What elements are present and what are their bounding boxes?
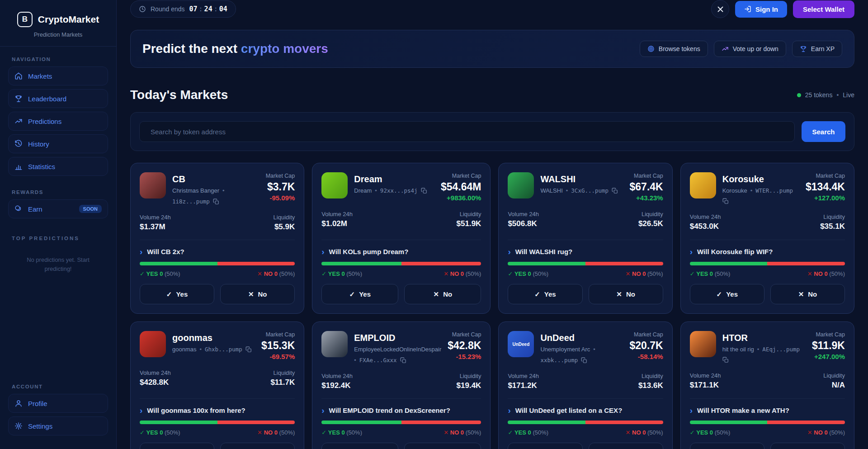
copy-address-icon[interactable]: [245, 346, 252, 353]
no-percent: (50%): [279, 270, 295, 277]
copy-address-icon[interactable]: [722, 357, 729, 363]
copy-address-icon[interactable]: [612, 188, 618, 194]
home-icon: [14, 72, 23, 80]
search-input[interactable]: [139, 121, 795, 142]
vote-up-down-button[interactable]: Vote up or down: [714, 41, 786, 57]
yes-button[interactable]: ✓Yes: [690, 284, 764, 304]
divider: [0, 46, 116, 47]
volume-value: $171.2K: [508, 381, 539, 390]
no-button[interactable]: ✕No: [220, 443, 295, 449]
earn-xp-button[interactable]: Earn XP: [792, 41, 842, 57]
no-button[interactable]: ✕No: [770, 284, 845, 304]
sidebar-item-predictions[interactable]: Predictions: [8, 112, 108, 131]
token-subtitle: Unemployment Arc: [540, 346, 590, 353]
chevron-right-icon[interactable]: ›: [508, 247, 510, 256]
x-social-button[interactable]: [711, 0, 729, 18]
copy-address-icon[interactable]: [722, 198, 729, 204]
no-button[interactable]: ✕No: [589, 284, 663, 304]
no-button[interactable]: ✕No: [589, 443, 663, 449]
copy-address-icon[interactable]: [213, 199, 219, 205]
soon-badge: SOON: [79, 205, 102, 213]
bar-no-segment: [217, 421, 295, 424]
check-icon: ✓: [690, 429, 697, 436]
volume-value: $506.8K: [508, 219, 539, 228]
logo-icon: B: [17, 12, 33, 27]
timer-seconds: 04: [219, 5, 227, 13]
yes-button[interactable]: ✓Yes: [508, 443, 582, 449]
no-percent: (50%): [647, 270, 663, 277]
yes-count: YES 0: [328, 429, 345, 436]
token-name: CB: [172, 174, 259, 184]
no-button[interactable]: ✕No: [770, 443, 845, 449]
token-icon-label: UnDeed: [513, 342, 530, 347]
clock-icon: [139, 5, 146, 13]
search-button[interactable]: Search: [802, 121, 845, 142]
sentiment-bar: [321, 421, 481, 424]
yes-button[interactable]: ✓Yes: [140, 284, 214, 304]
history-icon: [14, 140, 23, 148]
sidebar-item-profile[interactable]: Profile: [8, 394, 108, 413]
market-card: Korosuke Korosuke • WTER...pump Market C…: [680, 163, 854, 314]
target-icon: [647, 45, 655, 52]
yes-button-label: Yes: [544, 290, 556, 298]
token-name: UnDeed: [540, 333, 623, 343]
chevron-right-icon[interactable]: ›: [508, 406, 510, 415]
browse-tokens-button[interactable]: Browse tokens: [640, 41, 708, 57]
yes-button[interactable]: ✓Yes: [321, 284, 398, 304]
token-address: 3CxG...pump: [571, 187, 609, 194]
yes-button-label: Yes: [176, 290, 188, 298]
check-icon: ✓: [508, 270, 514, 277]
no-button[interactable]: ✕No: [404, 443, 481, 449]
sentiment-bar: [690, 262, 845, 265]
separator-dot: •: [375, 187, 377, 194]
yes-button[interactable]: ✓Yes: [508, 284, 582, 304]
volume-label: Volume 24h: [321, 211, 353, 217]
yes-button[interactable]: ✓Yes: [321, 443, 398, 449]
sidebar-item-earn[interactable]: Earn SOON: [8, 199, 108, 218]
x-icon: ✕: [807, 429, 814, 436]
sidebar-item-leaderboard[interactable]: Leaderboard: [8, 89, 108, 108]
yes-button[interactable]: ✓Yes: [690, 443, 764, 449]
no-count: NO 0: [450, 270, 464, 277]
liquidity-label: Liquidity: [457, 211, 481, 217]
no-stats: ✕ NO 0 (50%): [443, 429, 481, 436]
prediction-question: Will Korosuke flip WIF?: [697, 248, 773, 255]
chevron-right-icon[interactable]: ›: [690, 406, 693, 415]
hero-banner: Predict the next crypto movers Browse to…: [130, 30, 854, 68]
sign-in-label: Sign In: [755, 5, 778, 13]
markets-grid: CB Christmas Banger • 1i8z...pump Market…: [130, 163, 854, 449]
copy-address-icon[interactable]: [400, 357, 406, 364]
no-button[interactable]: ✕No: [220, 284, 295, 304]
round-ends-label: Round ends: [151, 5, 185, 13]
separator-dot: •: [757, 346, 760, 353]
sidebar-item-settings[interactable]: Settings: [8, 416, 108, 435]
no-button[interactable]: ✕No: [404, 284, 481, 304]
sidebar-item-history[interactable]: History: [8, 134, 108, 153]
token-count: 25 tokens: [805, 91, 833, 99]
user-icon: [14, 399, 23, 407]
no-count: NO 0: [814, 270, 827, 277]
yes-stats: ✓ YES 0 (50%): [690, 429, 731, 436]
chevron-right-icon[interactable]: ›: [321, 247, 324, 256]
sign-in-button[interactable]: Sign In: [735, 1, 787, 18]
navigation-section-label: NAVIGATION: [12, 57, 108, 62]
chevron-right-icon[interactable]: ›: [140, 406, 142, 415]
chevron-right-icon[interactable]: ›: [690, 247, 693, 256]
volume-value: $192.4K: [321, 381, 353, 390]
sidebar-item-statistics[interactable]: Statistics: [8, 157, 108, 176]
chevron-right-icon[interactable]: ›: [321, 406, 324, 415]
sidebar-item-markets[interactable]: Markets: [8, 66, 108, 85]
market-cap-value: $67.4K: [630, 181, 663, 193]
chevron-right-icon[interactable]: ›: [140, 247, 142, 256]
yes-count: YES 0: [146, 429, 163, 436]
select-wallet-button[interactable]: Select Wallet: [793, 0, 854, 18]
bar-yes-segment: [140, 421, 217, 424]
markets-status: 25 tokens • Live: [797, 91, 854, 99]
check-icon: ✓: [321, 429, 328, 436]
yes-button[interactable]: ✓Yes: [140, 443, 214, 449]
check-icon: ✓: [140, 270, 146, 277]
no-count: NO 0: [814, 429, 827, 436]
copy-address-icon[interactable]: [421, 188, 427, 194]
yes-percent: (50%): [346, 270, 362, 277]
copy-address-icon[interactable]: [581, 357, 587, 364]
